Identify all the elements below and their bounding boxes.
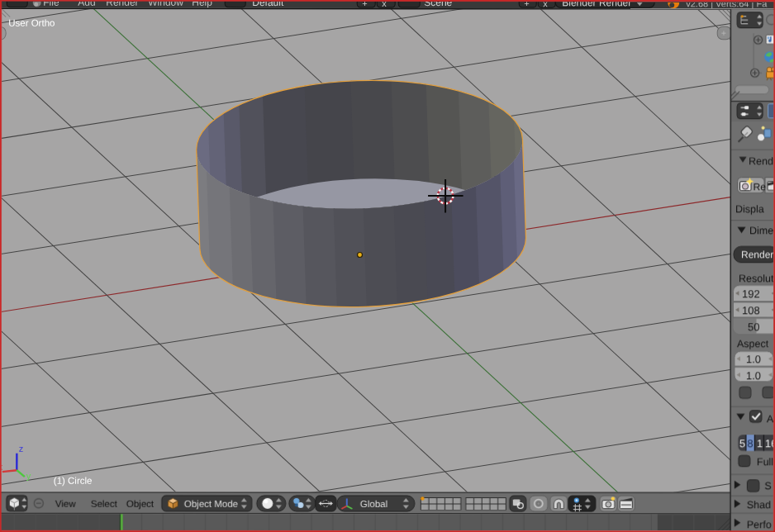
svg-text:z: z <box>19 444 24 454</box>
svg-text:View: View <box>55 499 76 509</box>
svg-text:(1) Circle: (1) Circle <box>54 477 93 487</box>
svg-text:Aspect: Aspect <box>737 338 769 349</box>
svg-text:Dime: Dime <box>749 225 773 236</box>
svg-text:1.0: 1.0 <box>746 353 761 365</box>
svg-text:Perfo: Perfo <box>747 519 772 530</box>
svg-text:y: y <box>26 472 31 482</box>
svg-text:8: 8 <box>747 437 753 449</box>
svg-text:S: S <box>764 480 771 492</box>
svg-text:192: 192 <box>742 287 760 300</box>
svg-text:Resolut: Resolut <box>739 273 774 284</box>
svg-text:Object: Object <box>126 499 155 509</box>
svg-text:User Ortho: User Ortho <box>8 19 55 29</box>
svg-text:Full: Full <box>757 456 773 468</box>
svg-text:1: 1 <box>757 437 763 449</box>
svg-text:Re: Re <box>754 181 767 192</box>
svg-text:A: A <box>767 413 774 425</box>
svg-text:Object Mode: Object Mode <box>184 499 238 509</box>
svg-text:Global: Global <box>360 499 388 509</box>
svg-text:Render: Render <box>741 249 773 260</box>
svg-text:Shad: Shad <box>747 499 771 511</box>
svg-text:108: 108 <box>742 304 760 316</box>
svg-text:50: 50 <box>748 321 759 333</box>
svg-text:Displa: Displa <box>735 203 764 215</box>
svg-text:Select: Select <box>91 499 118 509</box>
svg-text:5: 5 <box>739 437 745 449</box>
svg-text:1.0: 1.0 <box>746 369 761 382</box>
svg-text:Rend: Rend <box>749 155 773 167</box>
svg-text:+: + <box>721 29 726 39</box>
